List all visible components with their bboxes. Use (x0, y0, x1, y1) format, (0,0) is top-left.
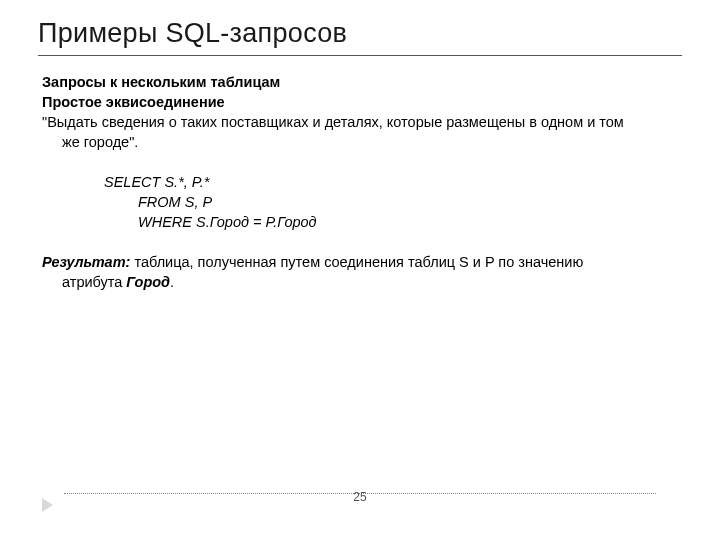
sql-line-where: WHERE S.Город = P.Город (104, 212, 682, 232)
chevron-right-icon (42, 498, 53, 512)
city-word: Город (126, 274, 170, 290)
footer: 25 (38, 493, 682, 514)
prompt-line-1: "Выдать сведения о таких поставщиках и д… (42, 114, 624, 130)
sql-line-from: FROM S, P (104, 192, 682, 212)
query-prompt: "Выдать сведения о таких поставщиках и д… (42, 112, 682, 132)
content-block: Запросы к нескольким таблицам Простое эк… (38, 72, 682, 292)
result-label: Результат: (42, 254, 130, 270)
result-continuation: атрибута Город. (42, 272, 682, 292)
result-block: Результат: таблица, полученная путем сое… (42, 252, 682, 292)
sql-line-select: SELECT S.*, P.* (104, 172, 682, 192)
result-text-2a: атрибута (62, 274, 126, 290)
result-text-2b: . (170, 274, 174, 290)
heading-1: Запросы к нескольким таблицам (42, 72, 682, 92)
page-number: 25 (353, 490, 366, 504)
sql-block: SELECT S.*, P.* FROM S, P WHERE S.Город … (42, 172, 682, 232)
page-title: Примеры SQL-запросов (38, 18, 682, 56)
prompt-line-2: же городе". (62, 134, 138, 150)
prompt-continuation: же городе". (42, 132, 682, 152)
footer-row: 25 (38, 496, 682, 514)
result-text-1: таблица, полученная путем соединения таб… (130, 254, 583, 270)
heading-2: Простое эквисоединение (42, 92, 682, 112)
